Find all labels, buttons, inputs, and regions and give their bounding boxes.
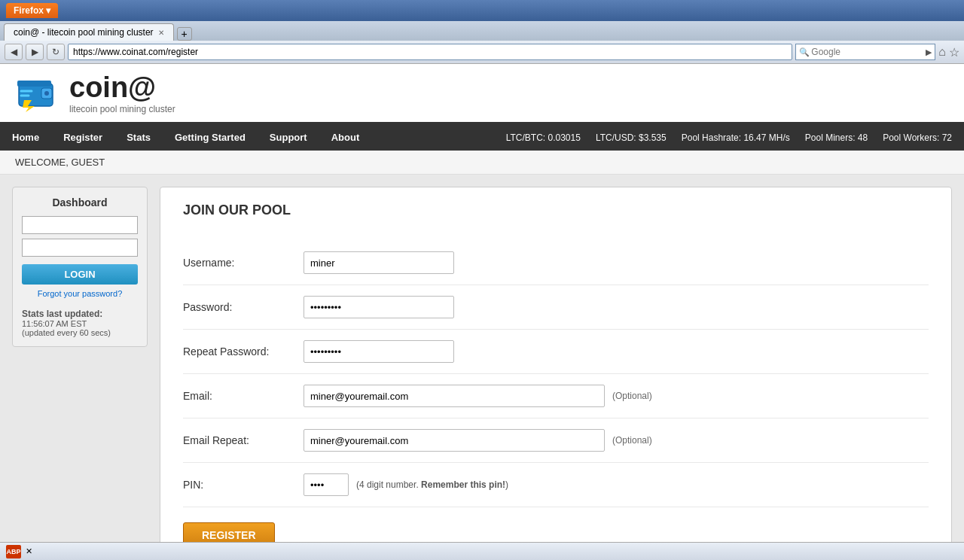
pool-hashrate-stat: Pool Hashrate: 16.47 MH/s: [682, 132, 790, 143]
password-row: Password:: [183, 285, 929, 330]
pool-workers-stat: Pool Workers: 72: [883, 132, 952, 143]
email-repeat-label: Email Repeat:: [183, 434, 304, 446]
username-input[interactable]: [304, 251, 454, 274]
forward-button[interactable]: ▶: [26, 44, 44, 60]
site-header: coin@ litecoin pool mining cluster: [0, 64, 964, 124]
logo-name: coin@: [69, 72, 175, 104]
address-bar[interactable]: [68, 44, 792, 60]
logo-text: coin@ litecoin pool mining cluster: [69, 72, 175, 114]
sidebar: Dashboard LOGIN Forgot your password? St…: [12, 187, 148, 560]
bookmark-button[interactable]: ☆: [949, 45, 959, 59]
email-label: Email:: [183, 390, 304, 402]
abp-label: ✕: [26, 546, 32, 556]
pool-miners-stat: Pool Miners: 48: [805, 132, 868, 143]
search-submit-icon[interactable]: ▶: [926, 47, 932, 57]
ltc-btc-stat: LTC/BTC: 0.03015: [506, 132, 581, 143]
stats-label: Stats last updated:: [22, 309, 138, 319]
nav-register[interactable]: Register: [51, 124, 114, 151]
nav-bar: ◀ ▶ ↻ 🔍 ▶ ⌂ ☆: [0, 41, 964, 64]
username-row: Username:: [183, 241, 929, 285]
stats-info: Stats last updated: 11:56:07 AM EST (upd…: [22, 309, 138, 337]
adblock-icon[interactable]: ABP: [6, 545, 21, 558]
new-tab-button[interactable]: +: [177, 27, 192, 41]
main-content: Dashboard LOGIN Forgot your password? St…: [0, 175, 964, 560]
title-bar: Firefox ▾: [0, 0, 964, 21]
email-input[interactable]: [304, 385, 605, 407]
search-engine-icon: 🔍: [799, 47, 810, 57]
pin-note: (4 digit number. Remember this pin!): [356, 479, 508, 490]
repeat-password-row: Repeat Password:: [183, 330, 929, 374]
active-tab[interactable]: coin@ - litecoin pool mining cluster ✕: [4, 23, 174, 41]
home-button[interactable]: ⌂: [938, 45, 946, 59]
stats-time: 11:56:07 AM EST: [22, 319, 138, 328]
email-repeat-row: Email Repeat: (Optional): [183, 418, 929, 463]
main-nav: Home Register Stats Getting Started Supp…: [0, 124, 964, 151]
registration-form: JOIN OUR POOL Username: Password: Repeat…: [160, 187, 952, 560]
back-button[interactable]: ◀: [5, 44, 23, 60]
nav-support[interactable]: Support: [258, 124, 319, 151]
username-label: Username:: [183, 257, 304, 269]
repeat-password-label: Repeat Password:: [183, 345, 304, 358]
refresh-button[interactable]: ↻: [47, 44, 65, 60]
dashboard-box: Dashboard LOGIN Forgot your password? St…: [12, 187, 148, 347]
email-optional-tag: (Optional): [612, 391, 652, 401]
pin-row: PIN: (4 digit number. Remember this pin!…: [183, 463, 929, 507]
page-wrapper: coin@ litecoin pool mining cluster Home …: [0, 64, 964, 560]
firefox-button[interactable]: Firefox ▾: [6, 3, 58, 18]
email-repeat-optional-tag: (Optional): [612, 435, 652, 446]
username-login-input[interactable]: [22, 216, 138, 234]
search-input[interactable]: [811, 47, 924, 57]
stats-note: (updated every 60 secs): [22, 328, 138, 337]
bottom-bar: ABP ✕: [0, 542, 964, 560]
nav-stats-area: LTC/BTC: 0.03015 LTC/USD: $3.535 Pool Ha…: [506, 132, 964, 143]
nav-home[interactable]: Home: [0, 124, 51, 151]
tab-bar: coin@ - litecoin pool mining cluster ✕ +: [0, 21, 964, 41]
svg-point-3: [44, 91, 49, 96]
nav-getting-started[interactable]: Getting Started: [163, 124, 258, 151]
email-row: Email: (Optional): [183, 374, 929, 418]
logo-icon: [15, 75, 60, 112]
password-login-input[interactable]: [22, 239, 138, 257]
pin-input[interactable]: [304, 473, 349, 496]
ltc-usd-stat: LTC/USD: $3.535: [596, 132, 667, 143]
logo-tagline: litecoin pool mining cluster: [69, 104, 175, 114]
password-input[interactable]: [304, 296, 454, 318]
email-repeat-input[interactable]: [304, 429, 605, 452]
nav-about[interactable]: About: [319, 124, 372, 151]
repeat-password-input[interactable]: [304, 340, 454, 363]
dashboard-title: Dashboard: [22, 196, 138, 208]
nav-stats[interactable]: Stats: [114, 124, 163, 151]
welcome-bar: WELCOME, GUEST: [0, 151, 964, 175]
svg-rect-1: [17, 81, 51, 87]
pin-label: PIN:: [183, 479, 304, 491]
welcome-text: WELCOME, GUEST: [15, 157, 105, 168]
form-title: JOIN OUR POOL: [183, 202, 929, 226]
login-button[interactable]: LOGIN: [22, 264, 138, 285]
logo-area: coin@ litecoin pool mining cluster: [15, 72, 175, 114]
tab-title: coin@ - litecoin pool mining cluster: [14, 27, 154, 38]
forgot-password-link[interactable]: Forgot your password?: [22, 289, 138, 298]
password-label: Password:: [183, 301, 304, 313]
tab-close-icon[interactable]: ✕: [158, 29, 164, 37]
